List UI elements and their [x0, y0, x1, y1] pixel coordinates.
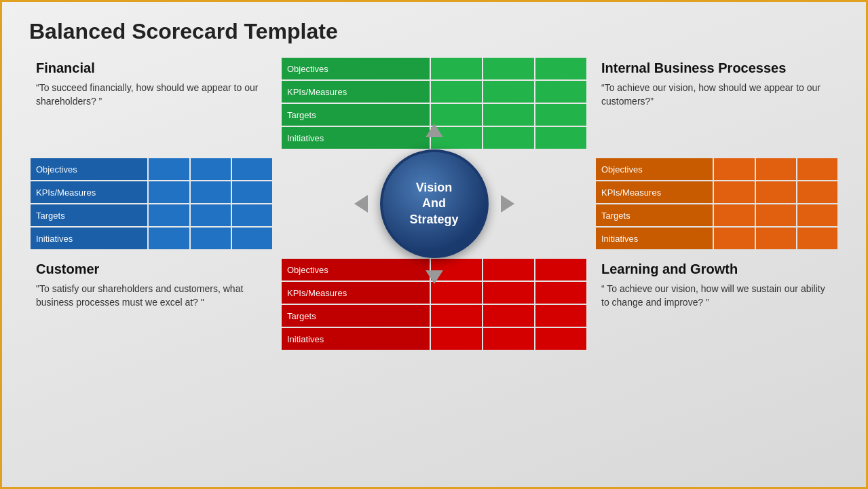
orange-obj-c1 [714, 158, 754, 180]
green-obj-c1 [431, 58, 482, 79]
svg-marker-2 [354, 195, 368, 213]
red-targets-label: Targets [282, 305, 430, 327]
blue-kpis-label: KPIs/Measures [31, 181, 147, 203]
green-kpis-label: KPIs/Measures [282, 81, 430, 103]
main-layout: Financial “To succeed financially, how s… [29, 56, 839, 351]
orange-tgt-c1 [714, 204, 754, 226]
red-kpi-c3 [535, 282, 586, 304]
red-tgt-c2 [483, 305, 534, 327]
red-init-c2 [483, 328, 534, 350]
orange-tgt-c2 [756, 204, 796, 226]
orange-init-c2 [756, 228, 796, 249]
table-row: Objectives [31, 158, 272, 180]
orange-init-c1 [714, 228, 754, 249]
blue-kpi-c2 [191, 181, 231, 203]
learning-section: Learning and Growth “ To achieve our vis… [595, 257, 839, 312]
blue-initiatives-label: Initiatives [31, 228, 147, 249]
learning-title: Learning and Growth [601, 261, 832, 277]
blue-obj-c1 [149, 158, 189, 180]
blue-init-c1 [149, 228, 189, 249]
customer-section: Customer "To satisfy our shareholders an… [29, 257, 273, 312]
blue-tgt-c3 [232, 204, 272, 226]
orange-kpi-c1 [714, 181, 754, 203]
blue-tgt-c2 [191, 204, 231, 226]
orange-kpi-c2 [756, 181, 796, 203]
green-kpi-c3 [535, 81, 586, 103]
blue-obj-c3 [232, 158, 272, 180]
red-initiatives-label: Initiatives [282, 328, 430, 350]
vision-line1: Vision [416, 181, 453, 194]
financial-title: Financial [36, 60, 267, 76]
blue-kpi-c3 [232, 181, 272, 203]
orange-obj-c3 [797, 158, 837, 180]
orange-kpis-label: KPIs/Measures [596, 181, 713, 203]
table-row: Objectives [282, 58, 586, 79]
customer-desc: "To satisfy our shareholders and custome… [36, 283, 267, 309]
svg-marker-1 [426, 270, 443, 284]
table-row: Objectives [596, 158, 837, 180]
blue-tgt-c1 [149, 204, 189, 226]
blue-init-c3 [232, 228, 272, 249]
arrows-container: Vision And Strategy [353, 122, 516, 285]
blue-obj-c2 [191, 158, 231, 180]
blue-kpi-c1 [149, 181, 189, 203]
table-row: Initiatives [282, 328, 586, 350]
green-kpi-c1 [431, 81, 482, 103]
orange-obj-c2 [756, 158, 796, 180]
table-row: Initiatives [31, 228, 272, 249]
financial-section: Financial “To succeed financially, how s… [29, 56, 273, 111]
svg-marker-3 [501, 195, 514, 213]
green-objectives-label: Objectives [282, 58, 430, 79]
table-row: KPIs/Measures [596, 181, 837, 203]
arrow-down-icon [424, 258, 445, 285]
internal-desc: “To achieve our vision, how should we ap… [601, 82, 832, 108]
table-row: Targets [31, 204, 272, 226]
blue-table-wrapper: Objectives KPIs/Measures Targets [29, 157, 273, 251]
row-2: Objectives KPIs/Measures Targets [29, 157, 839, 251]
table-row: Initiatives [596, 228, 837, 249]
vision-line2: And [422, 196, 446, 210]
red-obj-c3 [535, 259, 586, 280]
learning-desc: “ To achieve our vision, how will we sus… [601, 283, 832, 309]
table-row: KPIs/Measures [31, 181, 272, 203]
green-init-c3 [535, 127, 586, 149]
vision-text: Vision And Strategy [409, 180, 458, 228]
green-kpi-c2 [483, 81, 534, 103]
green-obj-c3 [535, 58, 586, 79]
orange-tgt-c3 [797, 204, 837, 226]
financial-desc: “To succeed financially, how should we a… [36, 82, 267, 108]
page-title: Balanced Scorecard Template [29, 19, 839, 44]
vision-circle: Vision And Strategy [380, 149, 489, 258]
orange-targets-label: Targets [596, 204, 713, 226]
red-init-c1 [431, 328, 482, 350]
orange-initiatives-label: Initiatives [596, 228, 713, 249]
table-row: KPIs/Measures [282, 81, 586, 103]
svg-marker-0 [426, 124, 443, 137]
orange-kpi-c3 [797, 181, 837, 203]
orange-objectives-label: Objectives [596, 158, 713, 180]
green-obj-c2 [483, 58, 534, 79]
slide: Balanced Scorecard Template Financial “T… [0, 0, 868, 489]
blue-objectives-label: Objectives [31, 158, 147, 180]
blue-table: Objectives KPIs/Measures Targets [29, 157, 273, 251]
internal-section: Internal Business Processes “To achieve … [595, 56, 839, 111]
blue-targets-label: Targets [31, 204, 147, 226]
table-row: Targets [282, 305, 586, 327]
customer-title: Customer [36, 261, 267, 277]
blue-init-c2 [191, 228, 231, 249]
vision-line3: Strategy [409, 213, 458, 226]
orange-table-wrapper: Objectives KPIs/Measures Targets [595, 157, 839, 251]
arrow-right-icon [489, 194, 516, 214]
table-row: Targets [596, 204, 837, 226]
green-tgt-c3 [535, 104, 586, 126]
red-init-c3 [535, 328, 586, 350]
orange-table: Objectives KPIs/Measures Targets [595, 157, 839, 251]
arrow-up-icon [424, 122, 445, 149]
internal-title: Internal Business Processes [601, 60, 832, 76]
arrow-left-icon [353, 194, 380, 214]
red-tgt-c3 [535, 305, 586, 327]
orange-init-c3 [797, 228, 837, 249]
red-tgt-c1 [431, 305, 482, 327]
